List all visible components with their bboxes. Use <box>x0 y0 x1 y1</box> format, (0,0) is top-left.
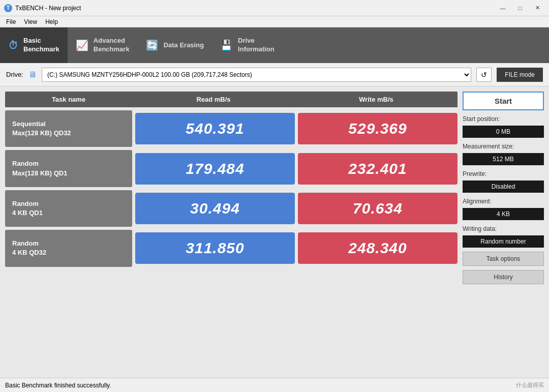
write-value-random-4kb-qd1: 70.634 <box>298 193 458 224</box>
erasing-icon: 🔄 <box>146 39 159 51</box>
minimize-button[interactable]: — <box>495 3 510 13</box>
clock-icon: ⏱ <box>8 40 18 51</box>
watermark: 什么值得买 <box>516 381 544 389</box>
task-random-4kb-qd32: Random4 KB QD32 <box>5 230 132 266</box>
start-position-label: Start position: <box>463 115 544 123</box>
drive-refresh-button[interactable]: ↺ <box>476 68 492 82</box>
write-value-random-4kb-qd32: 248.340 <box>298 232 458 264</box>
header-write: Write mB/s <box>295 92 458 107</box>
tab-data-erasing[interactable]: 🔄 Data Erasing <box>138 27 212 63</box>
read-value-sequential-qd32: 540.391 <box>135 113 295 144</box>
write-value-random-128kb-qd1: 232.401 <box>298 153 458 185</box>
tab-erasing-label: Data Erasing <box>164 41 204 50</box>
writing-data-button[interactable]: Random number <box>463 235 544 248</box>
window-title: TxBENCH - New project <box>15 5 495 12</box>
measurement-size-label: Measurement size: <box>463 143 544 150</box>
write-value-sequential-qd32: 529.369 <box>298 113 458 144</box>
table-row: Random4 KB QD32 311.850 248.340 <box>5 230 458 266</box>
drive-bar: Drive: 🖥 (C:) SAMSUNG MZNTY256HDHP-000L2… <box>0 63 549 86</box>
read-value-random-4kb-qd32: 311.850 <box>135 232 295 264</box>
status-bar: Basic Benchmark finished successfully. 什… <box>0 378 549 392</box>
prewrite-button[interactable]: Disabled <box>463 180 544 193</box>
close-button[interactable]: ✕ <box>530 3 545 13</box>
task-random-4kb-qd1: Random4 KB QD1 <box>5 190 132 227</box>
table-row: SequentialMax(128 KB) QD32 540.391 529.3… <box>5 110 458 147</box>
drive-label: Drive: <box>6 71 23 78</box>
writing-data-label: Writing data: <box>463 225 544 232</box>
benchmark-header: Task name Read mB/s Write mB/s <box>5 92 458 107</box>
table-row: Random4 KB QD1 30.494 70.634 <box>5 190 458 227</box>
tab-basic-label: BasicBenchmark <box>23 37 59 54</box>
alignment-label: Alignment: <box>463 198 544 205</box>
status-message: Basic Benchmark finished successfully. <box>5 382 111 389</box>
drive-icon-small: 🖥 <box>28 70 37 79</box>
menu-view[interactable]: View <box>20 17 41 26</box>
tab-drive-label: DriveInformation <box>238 37 274 54</box>
menu-file[interactable]: File <box>2 17 20 26</box>
menu-help[interactable]: Help <box>41 17 62 26</box>
maximize-button[interactable]: □ <box>512 3 528 13</box>
chart-icon: 📈 <box>76 39 88 51</box>
read-value-random-128kb-qd1: 179.484 <box>135 153 295 185</box>
task-random-128kb-qd1: RandomMax(128 KB) QD1 <box>5 150 132 187</box>
main-content: Task name Read mB/s Write mB/s Sequentia… <box>0 86 549 378</box>
benchmark-rows: SequentialMax(128 KB) QD32 540.391 529.3… <box>5 107 458 270</box>
task-sequential-qd32: SequentialMax(128 KB) QD32 <box>5 110 132 147</box>
drive-select[interactable]: (C:) SAMSUNG MZNTY256HDHP-000L2 100.00 G… <box>42 68 471 82</box>
app-icon: T <box>4 4 12 12</box>
file-mode-button[interactable]: FILE mode <box>497 68 543 82</box>
drive-icon: 💾 <box>220 39 233 51</box>
task-options-button[interactable]: Task options <box>463 252 544 266</box>
tab-advanced-label: AdvancedBenchmark <box>94 37 130 54</box>
benchmark-section: Task name Read mB/s Write mB/s Sequentia… <box>5 92 458 373</box>
right-panel: Start Start position: 0 MB Measurement s… <box>463 92 544 373</box>
prewrite-label: Prewrite: <box>463 170 544 177</box>
header-read: Read mB/s <box>132 92 295 107</box>
toolbar: ⏱ BasicBenchmark 📈 AdvancedBenchmark 🔄 D… <box>0 27 549 63</box>
tab-advanced-benchmark[interactable]: 📈 AdvancedBenchmark <box>68 27 138 63</box>
window-controls: — □ ✕ <box>495 3 545 13</box>
start-button[interactable]: Start <box>463 92 544 110</box>
measurement-size-button[interactable]: 512 MB <box>463 153 544 165</box>
menu-bar: File View Help <box>0 16 549 27</box>
tab-drive-information[interactable]: 💾 DriveInformation <box>212 27 283 63</box>
table-row: RandomMax(128 KB) QD1 179.484 232.401 <box>5 150 458 187</box>
history-button[interactable]: History <box>463 270 544 284</box>
tab-basic-benchmark[interactable]: ⏱ BasicBenchmark <box>0 27 68 63</box>
header-task-name: Task name <box>5 92 132 107</box>
alignment-button[interactable]: 4 KB <box>463 208 544 220</box>
title-bar: T TxBENCH - New project — □ ✕ <box>0 0 549 16</box>
start-position-button[interactable]: 0 MB <box>463 126 544 138</box>
read-value-random-4kb-qd1: 30.494 <box>135 193 295 224</box>
